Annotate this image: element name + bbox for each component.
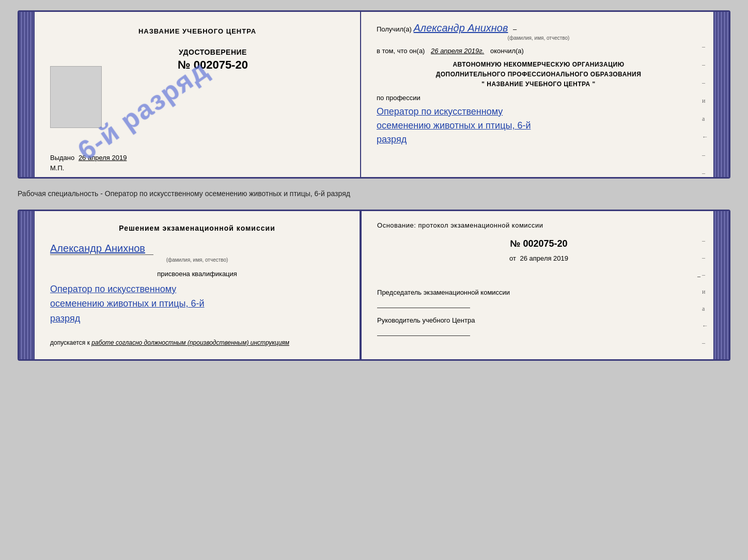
org-line1: АВТОНОМНУЮ НЕКОММЕРЧЕСКУЮ ОРГАНИЗАЦИЮ <box>377 60 700 70</box>
prisvoena-label: присвоена квалификация <box>50 270 344 278</box>
dash-after-name: – <box>513 25 517 33</box>
udostoverenie-title: УДОСТОВЕРЕНИЕ <box>178 48 248 56</box>
org-line2: ДОПОЛНИТЕЛЬНОГО ПРОФЕССИОНАЛЬНОГО ОБРАЗО… <box>377 70 700 79</box>
vtom-prefix: в том, что он(а) <box>377 47 425 55</box>
between-label-text: Рабочая специальность - Оператор по иску… <box>18 189 350 198</box>
brdash-7: – <box>702 339 708 347</box>
vydano-label: Выдано <box>50 154 74 162</box>
protocol-number: № 002075-20 <box>377 238 700 249</box>
допускается-label: допускается к <box>50 339 90 346</box>
brdash-3: – <box>702 271 708 279</box>
person-name-bottom: Александр Анихнов <box>50 243 344 256</box>
profession-line3-bottom: разряд <box>50 311 344 326</box>
org-block: АВТОНОМНУЮ НЕКОММЕРЧЕСКУЮ ОРГАНИЗАЦИЮ ДО… <box>377 60 700 90</box>
person-name-text: Александр Анихнов <box>50 243 153 255</box>
ot-prefix: от <box>509 254 516 262</box>
predsedatel-block: Председатель экзаменационной комиссии <box>377 288 700 308</box>
rdash-3: – <box>702 79 708 87</box>
doc-body-bottom: Решением экзаменационной комиссии Алекса… <box>34 211 714 359</box>
rukovoditel-label: Руководитель учебного Центра <box>377 316 700 325</box>
received-line: Получил(а) Александр Анихнов – (фамилия,… <box>377 22 700 41</box>
brdash-6: ← <box>702 322 708 330</box>
between-label: Рабочая специальность - Оператор по иску… <box>18 188 730 200</box>
rdash-1: – <box>702 43 708 51</box>
rdash-8: – <box>702 169 708 177</box>
brdash-1: – <box>702 237 708 245</box>
vydano-date: 26 апреля 2019 <box>79 154 127 162</box>
reshenie-title: Решением экзаменационной комиссии <box>50 224 344 232</box>
ot-date-value: 26 апреля 2019 <box>520 254 569 262</box>
rdash-6: ← <box>702 133 708 141</box>
profession-line2-bottom: осеменению животных и птицы, 6-й <box>50 296 344 311</box>
rukovoditel-sig-line <box>377 335 470 336</box>
top-document-card: НАЗВАНИЕ УЧЕБНОГО ЦЕНТРА 6-й разряд УДОС… <box>18 10 730 179</box>
spine-left <box>19 12 34 177</box>
doc-left-top: НАЗВАНИЕ УЧЕБНОГО ЦЕНТРА 6-й разряд УДОС… <box>35 12 361 177</box>
допускается-text: работе согласно должностным (производств… <box>91 339 289 346</box>
profession-text-bottom: Оператор по искусственному осеменению жи… <box>50 282 344 326</box>
doc-left-bottom: Решением экзаменационной комиссии Алекса… <box>35 211 361 359</box>
profession-text-top: Оператор по искусственному осеменению жи… <box>377 105 700 147</box>
spine-right <box>714 12 729 177</box>
vtom-line: в том, что он(а) 26 апреля 2019г. окончи… <box>377 47 700 55</box>
osnov-title: Основание: протокол экзаменационной коми… <box>377 221 700 229</box>
doc-right-top: Получил(а) Александр Анихнов – (фамилия,… <box>361 12 713 177</box>
spine-right-bottom <box>714 211 729 359</box>
spine-left-bottom <box>19 211 34 359</box>
profession-line3-top: разряд <box>377 133 700 147</box>
brdash-4: и <box>702 288 708 296</box>
name-subtitle-bottom: (фамилия, имя, отчество) <box>50 257 344 263</box>
rdash-5: а <box>702 115 708 123</box>
ot-date: от 26 апреля 2019 <box>377 254 700 262</box>
recipient-name: Александр Анихнов <box>414 22 508 34</box>
udostoverenie-block: УДОСТОВЕРЕНИЕ № 002075-20 <box>178 48 248 72</box>
doc-body-top: НАЗВАНИЕ УЧЕБНОГО ЦЕНТРА 6-й разряд УДОС… <box>34 12 714 177</box>
poluchil-prefix: Получил(а) <box>377 25 412 33</box>
mp-line: М.П. <box>50 164 64 172</box>
po-professii: по профессии <box>377 94 700 102</box>
brdash-8: – <box>702 356 708 361</box>
okончил-suffix: окончил(а) <box>490 47 524 55</box>
center-title: НАЗВАНИЕ УЧЕБНОГО ЦЕНТРА <box>138 27 256 35</box>
photo-placeholder <box>50 66 102 128</box>
org-line3: " НАЗВАНИЕ УЧЕБНОГО ЦЕНТРА " <box>377 79 700 89</box>
profession-line1-bottom: Оператор по искусственному <box>50 282 344 297</box>
profession-line2-top: осеменению животных и птицы, 6-й <box>377 119 700 133</box>
vtom-date: 26 апреля 2019г. <box>431 47 484 55</box>
right-decorative-lines-bottom: – – – и а ← – – – <box>702 237 708 361</box>
right-decorative-lines: – – – и а ← – – <box>702 43 708 177</box>
vydano-line: Выдано 26 апреля 2019 <box>50 154 127 162</box>
brdash-5: а <box>702 305 708 313</box>
bottom-document-card: Решением экзаменационной комиссии Алекса… <box>18 210 730 361</box>
profession-line1-top: Оператор по искусственному <box>377 105 700 119</box>
rdash-4: и <box>702 97 708 105</box>
rdash-2: – <box>702 61 708 69</box>
rdash-7: – <box>702 151 708 159</box>
predsedatel-sig-line <box>377 308 470 308</box>
rukovoditel-block: Руководитель учебного Центра <box>377 316 700 336</box>
brdash-2: – <box>702 254 708 262</box>
ot-dash: – <box>377 273 700 280</box>
допускается-block: допускается к работе согласно должностны… <box>50 339 344 346</box>
name-subtitle-top: (фамилия, имя, отчество) <box>377 35 700 41</box>
predsedatel-label: Председатель экзаменационной комиссии <box>377 288 700 297</box>
doc-number-top: № 002075-20 <box>178 58 248 72</box>
doc-right-bottom: Основание: протокол экзаменационной коми… <box>361 211 713 359</box>
